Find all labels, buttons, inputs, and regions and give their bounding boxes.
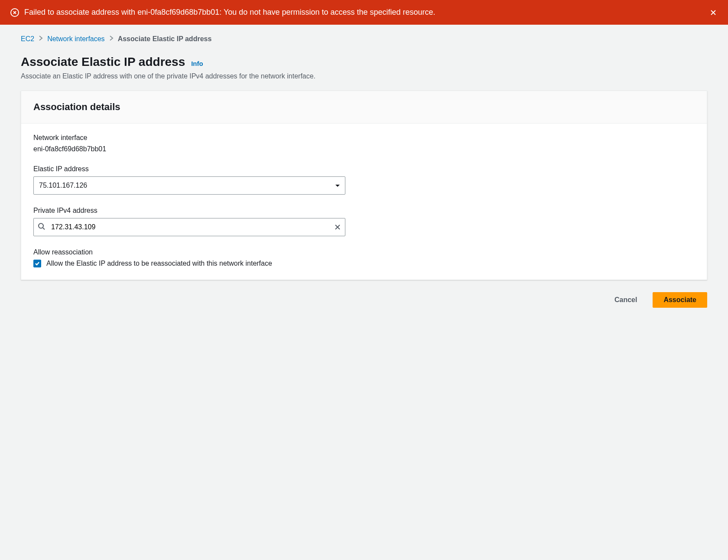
associate-button[interactable]: Associate	[653, 292, 707, 308]
elastic-ip-value: 75.101.167.126	[39, 182, 87, 189]
error-message: Failed to associate address with eni-0fa…	[24, 7, 436, 18]
private-ip-input[interactable]	[33, 218, 345, 236]
elastic-ip-label: Elastic IP address	[33, 165, 695, 173]
association-details-panel: Association details Network interface en…	[21, 91, 707, 280]
private-ip-label: Private IPv4 address	[33, 207, 695, 215]
network-interface-value: eni-0fa8cf69d68b7bb01	[33, 145, 695, 153]
info-link[interactable]: Info	[191, 60, 203, 67]
reassociation-checkbox[interactable]	[33, 260, 41, 267]
breadcrumb: EC2 Network interfaces Associate Elastic…	[21, 35, 707, 43]
reassociation-checkbox-label[interactable]: Allow the Elastic IP address to be reass…	[46, 260, 272, 267]
error-icon	[10, 8, 19, 17]
chevron-right-icon	[39, 35, 43, 43]
cancel-button[interactable]: Cancel	[604, 292, 647, 308]
breadcrumb-ec2[interactable]: EC2	[21, 35, 34, 43]
breadcrumb-current: Associate Elastic IP address	[118, 35, 212, 43]
breadcrumb-network-interfaces[interactable]: Network interfaces	[47, 35, 105, 43]
elastic-ip-select[interactable]: 75.101.167.126	[33, 176, 345, 195]
page-description: Associate an Elastic IP address with one…	[21, 72, 707, 80]
clear-icon[interactable]	[334, 224, 341, 231]
network-interface-label: Network interface	[33, 134, 695, 142]
reassociation-label: Allow reassociation	[33, 248, 695, 256]
close-icon[interactable]	[709, 8, 718, 17]
chevron-right-icon	[109, 35, 114, 43]
panel-title: Association details	[33, 101, 695, 113]
error-banner: Failed to associate address with eni-0fa…	[0, 0, 728, 25]
page-title: Associate Elastic IP address	[21, 55, 185, 69]
